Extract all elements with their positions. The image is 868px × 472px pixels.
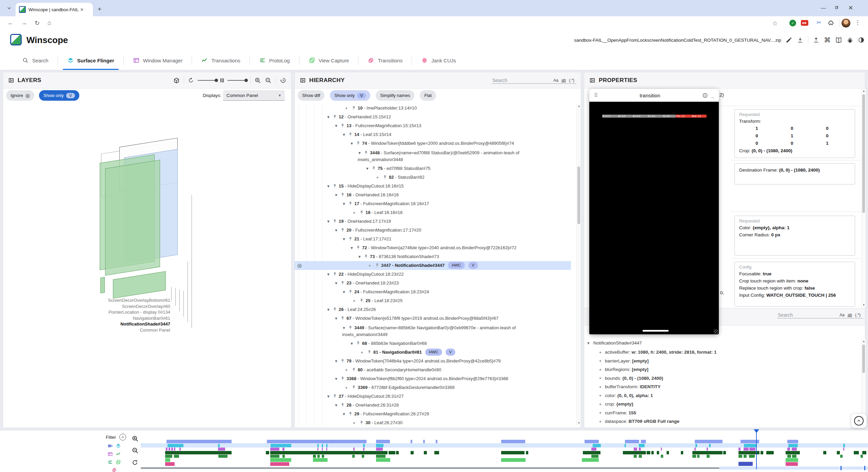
pin-icon[interactable]: [364, 151, 368, 155]
timeline-block[interactable]: [396, 451, 399, 454]
ignore-chip[interactable]: Ignore◎: [6, 90, 34, 101]
tab-search-chevron-icon[interactable]: [5, 4, 14, 12]
expand-arrow-icon[interactable]: ▼: [342, 410, 348, 418]
hierarchy-row-10[interactable]: 10 - ImePlaceholder:13:14#10: [295, 104, 576, 113]
back-icon[interactable]: ←: [7, 19, 14, 26]
pin-icon[interactable]: [356, 141, 360, 145]
hierarchy-row-74[interactable]: ▼74 - WindowToken{fdddbe6 type=2000 andr…: [295, 139, 576, 148]
timeline-block[interactable]: [695, 444, 697, 447]
pin-icon[interactable]: [356, 341, 360, 346]
layer-slab-sliver[interactable]: [100, 277, 105, 293]
timeline-block[interactable]: [661, 448, 662, 451]
spacing-slider[interactable]: [228, 80, 246, 81]
pin-icon[interactable]: [383, 175, 387, 179]
timeline-block[interactable]: [270, 451, 388, 454]
pin-icon[interactable]: [367, 350, 372, 354]
hierarchy-row-18[interactable]: 18 - Leaf:16:16#18: [295, 208, 576, 217]
properties-scrollbar[interactable]: ▲▼: [861, 89, 866, 307]
show-only-v-chip[interactable]: Show onlyV: [330, 90, 370, 101]
expand-arrow-icon[interactable]: ▼: [327, 305, 332, 314]
expand-arrow-icon[interactable]: ▼: [327, 270, 332, 279]
timeline-block[interactable]: [165, 455, 172, 458]
zoom-in-icon[interactable]: [254, 77, 261, 84]
timeline-block[interactable]: [591, 455, 598, 458]
profile-avatar[interactable]: [842, 19, 850, 27]
hierarchy-row-14[interactable]: ▼14 - Leaf:15:15#14: [295, 130, 576, 139]
timeline-block[interactable]: [171, 448, 173, 451]
timeline-block[interactable]: [709, 444, 711, 447]
timeline-block[interactable]: [861, 455, 863, 458]
property-tree-scrollbar[interactable]: ▲: [861, 339, 866, 426]
pin-icon[interactable]: [340, 123, 345, 128]
timeline-block[interactable]: [218, 444, 220, 447]
timeline-block[interactable]: [749, 455, 755, 458]
range-tick[interactable]: [841, 466, 842, 470]
window-restore-icon[interactable]: [834, 5, 839, 10]
timeline-block[interactable]: [526, 451, 528, 454]
timeline-block[interactable]: [169, 448, 170, 451]
expand-arrow-icon[interactable]: ▼: [334, 279, 340, 288]
filter-squares-icon[interactable]: [116, 459, 121, 465]
timeline-block[interactable]: [376, 444, 383, 447]
filter-camera-icon[interactable]: [107, 443, 113, 449]
pin-icon[interactable]: [333, 115, 337, 119]
hierarchy-row-68[interactable]: ▼68 - 885b63e NavigationBar0#68: [295, 339, 576, 348]
timeline-block[interactable]: [501, 440, 525, 443]
tab-close-icon[interactable]: ✕: [80, 7, 84, 12]
hierarchy-row-27[interactable]: ▼27 - HideDisplayCutout:26:31#27: [295, 392, 576, 401]
timeline-block[interactable]: [657, 451, 659, 454]
extension-check-icon[interactable]: ✓: [789, 20, 796, 26]
whole-word-icon[interactable]: ab: [848, 313, 852, 317]
timeline-block[interactable]: [218, 448, 225, 451]
timeline-block[interactable]: [376, 440, 390, 443]
timeline-block[interactable]: [651, 451, 654, 454]
dark-mode-icon[interactable]: [858, 37, 865, 43]
reload-icon[interactable]: ↻: [35, 19, 40, 27]
zoom-out-icon[interactable]: [265, 77, 272, 84]
hierarchy-row-3449[interactable]: ▼3449 - Surface(name=885b63e NavigationB…: [295, 323, 576, 339]
timeline-block[interactable]: [707, 455, 710, 458]
timeline-block[interactable]: [376, 448, 383, 451]
timeline-block[interactable]: [707, 448, 708, 451]
tab-view-capture[interactable]: View Capture: [299, 51, 358, 70]
upload-icon[interactable]: [813, 37, 820, 43]
tab-jank-cujs[interactable]: Jank CUJs: [412, 51, 465, 70]
timeline-block[interactable]: [270, 462, 289, 466]
window-close-icon[interactable]: ✕: [848, 4, 853, 12]
timeline-block[interactable]: [317, 448, 318, 451]
filter-window-icon[interactable]: [107, 451, 113, 457]
timeline-block[interactable]: [723, 451, 726, 454]
timeline-block[interactable]: [583, 451, 600, 454]
collapse-filter-icon[interactable]: [119, 434, 126, 440]
timeline-block[interactable]: [639, 448, 641, 451]
hierarchy-row-19[interactable]: ▼19 - OneHanded:17:17#19: [295, 217, 576, 226]
forward-icon[interactable]: →: [21, 19, 27, 26]
pin-icon[interactable]: [352, 385, 356, 390]
new-tab-button[interactable]: +: [98, 5, 101, 13]
timeline-block[interactable]: [501, 451, 525, 454]
property-item[interactable]: bufferTransform: IDENTITY: [587, 382, 854, 391]
timeline-block[interactable]: [434, 451, 439, 454]
timeline-block[interactable]: [843, 448, 844, 451]
timeline-block[interactable]: [423, 440, 425, 443]
timeline-block[interactable]: [840, 455, 843, 458]
timeline-block[interactable]: [788, 444, 798, 447]
hierarchy-row-3368[interactable]: ▼3368 - WindowToken{f6b2f60 type=2024 an…: [295, 374, 576, 383]
timeline-block[interactable]: [823, 451, 826, 454]
timeline-block[interactable]: [317, 455, 320, 458]
expand-arrow-icon[interactable]: ▼: [342, 235, 348, 243]
expand-arrow-icon[interactable]: ▼: [358, 150, 363, 156]
timeline-block[interactable]: [363, 444, 365, 447]
pin-icon[interactable]: [359, 298, 364, 303]
scissors-extension-icon[interactable]: ✂: [817, 19, 821, 26]
pin-icon[interactable]: [340, 316, 345, 320]
expand-arrow-icon[interactable]: ▼: [334, 226, 340, 235]
hierarchy-row-72[interactable]: ▼72 - WindowToken{a2746de type=2040 andr…: [295, 243, 576, 252]
pin-icon[interactable]: [348, 132, 353, 137]
expand-arrow-icon[interactable]: ▼: [342, 288, 348, 296]
hierarchy-row-26[interactable]: ▼26 - Leaf:24:25#26: [295, 305, 576, 314]
hierarchy-row-79[interactable]: ▼79 - WindowToken{7046b4a type=2024 andr…: [295, 357, 576, 366]
3d-view-icon[interactable]: [173, 77, 180, 84]
pin-icon[interactable]: [359, 210, 364, 215]
expand-arrow-icon[interactable]: ▼: [334, 314, 340, 323]
